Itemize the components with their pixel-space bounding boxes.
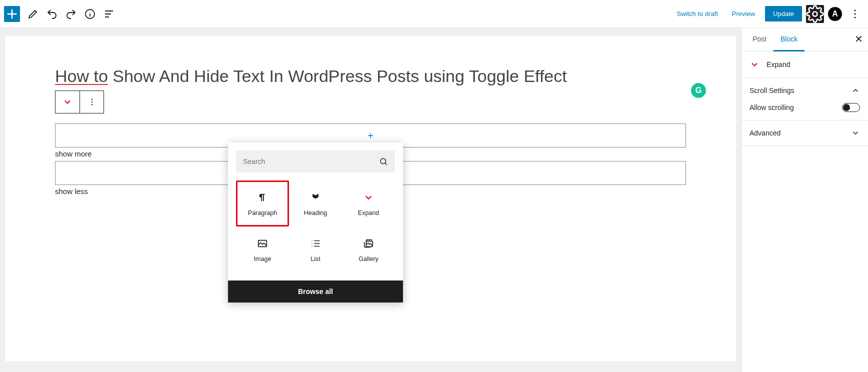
scroll-settings-title: Scroll Settings [750,86,794,94]
block-inserter-popover: Paragraph Heading Expand [228,142,403,302]
sidebar-tabs: Post Block ✕ [742,28,868,52]
block-item-label: Gallery [358,256,378,262]
inserter-search-input[interactable] [243,158,379,166]
close-sidebar-button[interactable]: ✕ [854,33,863,45]
image-icon [257,236,268,250]
search-icon[interactable] [379,157,388,166]
expand-icon [363,190,374,204]
scroll-settings-header[interactable]: Scroll Settings [742,78,868,103]
svg-point-3 [854,13,856,14]
toggle-knob [843,104,850,111]
settings-sidebar: Post Block ✕ Expand Scroll Settings Allo… [741,28,868,372]
editor-canvas: How to Show And Hide Text In WordPress P… [5,36,736,361]
grammarly-icon[interactable]: G [691,83,706,98]
block-card-title: Expand [766,60,790,68]
block-item-expand[interactable]: Expand [342,180,395,226]
block-item-label: Paragraph [248,210,277,216]
svg-point-2 [854,10,856,11]
svg-point-5 [91,98,92,100]
redo-icon[interactable] [62,5,80,23]
svg-point-4 [854,16,856,18]
block-card: Expand [742,52,868,78]
editor-area: How to Show And Hide Text In WordPress P… [0,28,741,372]
allow-scrolling-label: Allow scrolling [750,104,794,112]
settings-button[interactable] [806,5,824,23]
browse-all-button[interactable]: Browse all [228,280,403,302]
astra-button[interactable]: A [826,5,844,23]
title-underlined-segment: How to [55,66,108,86]
gallery-icon [363,236,374,250]
post-title[interactable]: How to Show And Hide Text In WordPress P… [55,66,686,86]
block-item-paragraph[interactable]: Paragraph [236,180,289,226]
block-item-label: Image [254,256,272,262]
preview-button[interactable]: Preview [726,6,761,22]
list-icon [310,236,321,250]
toolbar-left [4,5,118,23]
inserter-grid: Paragraph Heading Expand [228,180,403,280]
top-toolbar: Switch to draft Preview Update A [0,0,868,28]
block-item-label: Expand [358,210,379,216]
advanced-title: Advanced [750,129,780,137]
block-more-button[interactable] [80,91,104,113]
allow-scrolling-toggle[interactable] [842,103,860,112]
block-item-list[interactable]: List [289,226,342,272]
chevron-up-icon [851,86,860,95]
block-toolbar [55,90,104,114]
toolbar-right: Switch to draft Preview Update A [670,5,864,23]
update-button[interactable]: Update [765,6,802,22]
chevron-down-icon [851,128,860,138]
inserter-search [236,150,395,172]
advanced-panel: Advanced [742,120,868,146]
switch-to-draft-button[interactable]: Switch to draft [670,6,724,22]
svg-point-8 [380,158,386,164]
scroll-settings-panel: Scroll Settings Allow scrolling [742,78,868,120]
expand-block-icon [750,60,760,70]
advanced-header[interactable]: Advanced [742,120,868,146]
more-options-icon[interactable] [846,5,864,23]
svg-point-1 [813,12,818,16]
undo-icon[interactable] [43,5,61,23]
block-item-heading[interactable]: Heading [289,180,342,226]
edit-mode-icon[interactable] [24,5,42,23]
svg-point-6 [91,102,92,102]
block-item-label: List [310,256,320,262]
main-layout: How to Show And Hide Text In WordPress P… [0,28,868,372]
block-item-label: Heading [304,210,328,216]
info-icon[interactable] [81,5,99,23]
tab-block[interactable]: Block [774,28,804,52]
svg-point-7 [91,104,92,105]
heading-icon [310,190,320,204]
outline-icon[interactable] [100,5,118,23]
block-item-image[interactable]: Image [236,226,289,272]
plus-icon[interactable]: ＋ [366,128,376,142]
title-rest: Show And Hide Text In WordPress Posts us… [108,66,567,86]
tab-post[interactable]: Post [746,28,774,51]
block-item-gallery[interactable]: Gallery [342,226,395,272]
allow-scrolling-row: Allow scrolling [742,103,868,120]
paragraph-icon [257,190,268,204]
block-type-button[interactable] [56,91,80,113]
add-block-button[interactable] [4,6,20,22]
